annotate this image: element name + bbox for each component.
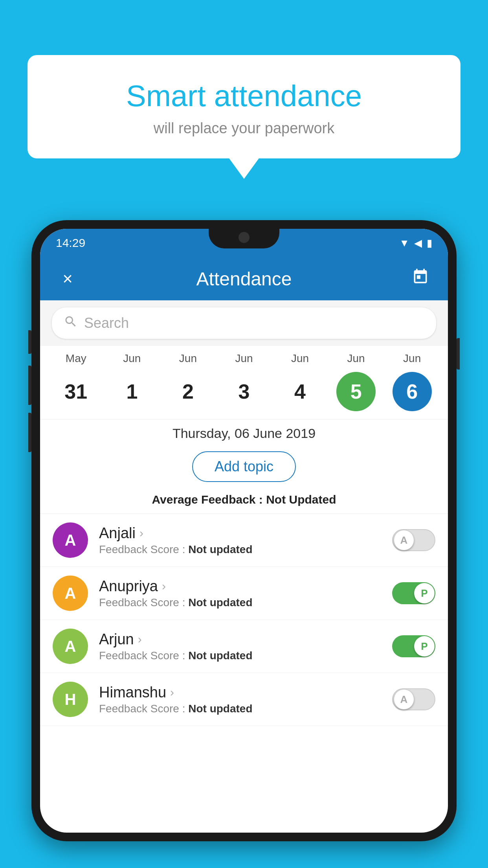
month-label-0: May [66, 352, 86, 365]
student-item[interactable]: A Anupriya › Feedback Score : Not update… [40, 567, 448, 620]
cal-date-6: 6 [393, 372, 432, 411]
feedback-score: Feedback Score : Not updated [99, 596, 392, 609]
cal-date-cell-0[interactable]: 31 [48, 372, 103, 411]
calendar-months-row: MayJunJunJunJunJunJun [48, 352, 440, 368]
attendance-toggle[interactable]: P [392, 635, 435, 657]
feedback-score: Feedback Score : Not updated [99, 649, 392, 662]
cal-date-cell-2[interactable]: 2 [160, 372, 215, 411]
avg-feedback-value: Not Updated [266, 493, 336, 506]
avatar: A [53, 576, 88, 611]
attendance-toggle-container: P [392, 582, 435, 604]
status-time: 14:29 [56, 236, 85, 250]
speech-bubble-subtitle: will replace your paperwork [55, 120, 433, 137]
cal-date-5: 5 [336, 372, 376, 411]
cal-month-1[interactable]: Jun [105, 352, 160, 368]
phone-screen: 14:29 ▼ ◀ ▮ × Attendance [40, 229, 448, 833]
status-icons: ▼ ◀ ▮ [399, 237, 432, 249]
cal-month-2[interactable]: Jun [160, 352, 215, 368]
student-name: Anjali › [99, 525, 392, 542]
student-info: Anjali › Feedback Score : Not updated [99, 525, 392, 556]
calendar-button[interactable] [409, 268, 432, 289]
student-info: Arjun › Feedback Score : Not updated [99, 631, 392, 662]
add-topic-container: Add topic [40, 445, 448, 490]
cal-date-3: 3 [224, 372, 264, 411]
signal-icon: ◀ [414, 237, 422, 249]
app-bar-title: Attendance [196, 268, 292, 290]
wifi-icon: ▼ [399, 237, 409, 249]
speech-bubble-container: Smart attendance will replace your paper… [28, 55, 460, 158]
phone: 14:29 ▼ ◀ ▮ × Attendance [31, 220, 457, 841]
student-item[interactable]: A Arjun › Feedback Score : Not updated P [40, 620, 448, 673]
cal-date-0: 31 [56, 372, 95, 411]
cal-month-3[interactable]: Jun [216, 352, 272, 368]
attendance-toggle-container: P [392, 635, 435, 657]
toggle-knob: P [414, 583, 435, 603]
phone-button-left2 [28, 366, 31, 405]
student-item[interactable]: H Himanshu › Feedback Score : Not update… [40, 673, 448, 726]
search-placeholder: Search [84, 315, 129, 331]
cal-month-0[interactable]: May [48, 352, 103, 368]
cal-month-6[interactable]: Jun [385, 352, 440, 368]
avatar: H [53, 682, 88, 717]
cal-month-4[interactable]: Jun [273, 352, 328, 368]
toggle-knob: P [414, 636, 435, 657]
student-item[interactable]: A Anjali › Feedback Score : Not updated … [40, 514, 448, 567]
battery-icon: ▮ [427, 237, 432, 249]
month-label-1: Jun [123, 352, 141, 365]
average-feedback: Average Feedback : Not Updated [40, 490, 448, 514]
student-name: Arjun › [99, 631, 392, 648]
add-topic-button[interactable]: Add topic [192, 451, 296, 482]
month-label-6: Jun [403, 352, 421, 365]
close-button[interactable]: × [56, 269, 79, 289]
month-label-3: Jun [235, 352, 253, 365]
attendance-toggle[interactable]: A [392, 529, 435, 551]
month-label-4: Jun [291, 352, 309, 365]
cal-date-2: 2 [168, 372, 207, 411]
feedback-score: Feedback Score : Not updated [99, 702, 392, 715]
student-info: Anupriya › Feedback Score : Not updated [99, 578, 392, 609]
avatar: A [53, 522, 88, 558]
cal-date-cell-5[interactable]: 5 [328, 372, 383, 411]
cal-date-cell-4[interactable]: 4 [273, 372, 328, 411]
chevron-icon: › [138, 633, 142, 646]
selected-date-label: Thursday, 06 June 2019 [40, 419, 448, 445]
avg-feedback-label: Average Feedback : [152, 493, 266, 506]
student-list: A Anjali › Feedback Score : Not updated … [40, 514, 448, 726]
speech-bubble-title: Smart attendance [55, 79, 433, 113]
search-container: Search [40, 300, 448, 346]
cal-date-cell-3[interactable]: 3 [216, 372, 272, 411]
student-name: Anupriya › [99, 578, 392, 595]
feedback-score: Feedback Score : Not updated [99, 543, 392, 556]
search-bar[interactable]: Search [52, 307, 436, 339]
attendance-toggle[interactable]: A [392, 688, 435, 710]
toggle-knob: A [394, 530, 414, 550]
toggle-knob: A [394, 689, 414, 710]
student-name: Himanshu › [99, 684, 392, 701]
attendance-toggle[interactable]: P [392, 582, 435, 604]
avatar: A [53, 629, 88, 664]
chevron-icon: › [162, 579, 166, 593]
cal-date-cell-6[interactable]: 6 [385, 372, 440, 411]
phone-wrapper: 14:29 ▼ ◀ ▮ × Attendance [31, 220, 457, 868]
phone-button-left1 [28, 330, 31, 354]
search-icon [64, 314, 78, 332]
attendance-toggle-container: A [392, 529, 435, 551]
cal-date-4: 4 [281, 372, 320, 411]
phone-camera [238, 232, 250, 243]
chevron-icon: › [139, 526, 143, 540]
cal-date-1: 1 [112, 372, 152, 411]
chevron-icon: › [170, 686, 174, 699]
phone-button-left3 [28, 413, 31, 452]
app-bar: × Attendance [40, 257, 448, 300]
student-info: Himanshu › Feedback Score : Not updated [99, 684, 392, 715]
cal-date-cell-1[interactable]: 1 [105, 372, 160, 411]
attendance-toggle-container: A [392, 688, 435, 710]
month-label-2: Jun [179, 352, 197, 365]
phone-button-right [457, 338, 460, 370]
month-label-5: Jun [347, 352, 365, 365]
cal-month-5[interactable]: Jun [328, 352, 383, 368]
speech-bubble: Smart attendance will replace your paper… [28, 55, 460, 158]
calendar-dates-row: 31123456 [48, 372, 440, 411]
calendar-strip: MayJunJunJunJunJunJun 31123456 [40, 346, 448, 419]
